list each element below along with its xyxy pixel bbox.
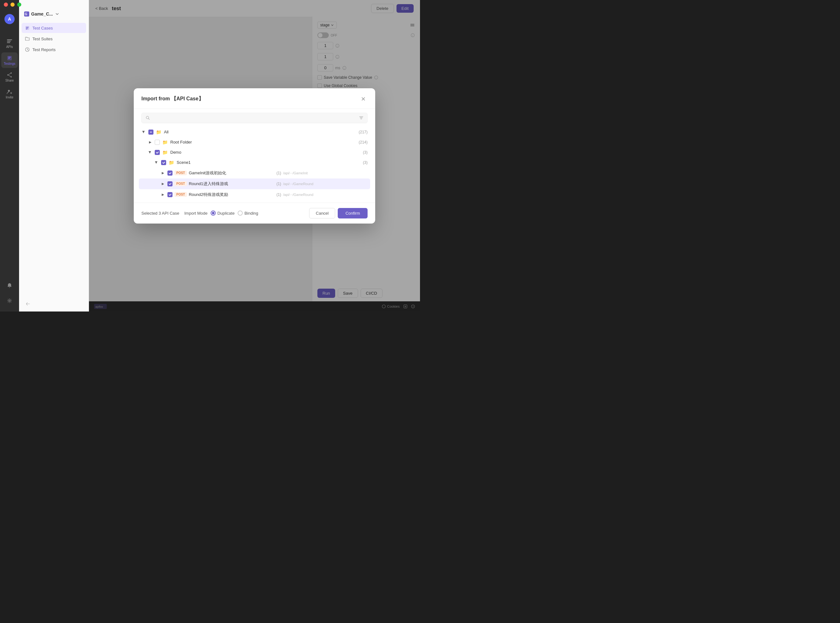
tree-item-round2-count: (1) — [276, 192, 281, 197]
tree-container: ▶ 📁 All (217) ▶ 📁 Root Folder — [134, 127, 375, 203]
checkbox-round2[interactable] — [168, 192, 172, 197]
dialog-title: Import from 【API Case】 — [142, 95, 204, 102]
share-label: Share — [5, 79, 14, 82]
checkbox-scene1[interactable] — [161, 160, 166, 165]
sidebar-item-invite[interactable]: Invite — [1, 86, 18, 101]
binding-label: Binding — [244, 211, 258, 216]
nav-item-test-reports-label: Test Reports — [32, 47, 55, 52]
folder-icon-root: 📁 — [162, 140, 168, 145]
import-mode-label: Import Mode — [184, 211, 208, 216]
selected-count: Selected 3 API Case — [142, 211, 179, 216]
avatar-icon: A — [5, 14, 15, 24]
tree-item-root-count: (214) — [359, 140, 368, 144]
duplicate-radio-circle[interactable] — [211, 210, 216, 216]
svg-point-6 — [11, 72, 12, 74]
apis-icon — [6, 38, 13, 44]
close-button[interactable]: ✕ — [359, 95, 368, 103]
tree-item-round1-name: Round1进入特殊游戏 — [189, 181, 273, 187]
svg-point-7 — [7, 74, 9, 75]
expand-arrow-root[interactable]: ▶ — [148, 140, 153, 145]
sidebar-item-apis[interactable]: APIs — [1, 35, 18, 51]
app-title[interactable]: G Game_C... — [19, 11, 89, 23]
tree-item-scene1[interactable]: ▶ 📁 Scene1 (3) — [139, 158, 370, 168]
tree-item-demo[interactable]: ▶ 📁 Demo (3) — [139, 147, 370, 158]
checkbox-gameinit[interactable] — [168, 170, 172, 176]
sidebar-avatar[interactable]: A — [1, 11, 18, 27]
svg-rect-18 — [26, 27, 29, 28]
nav-item-test-suites[interactable]: Test Suites — [22, 34, 86, 44]
tree-item-round2-url: /api/···/GameRound — [283, 193, 368, 196]
sidebar-item-share[interactable]: Share — [1, 69, 18, 85]
traffic-light-green[interactable] — [17, 3, 21, 7]
search-input[interactable] — [152, 115, 357, 120]
binding-radio[interactable]: Binding — [238, 210, 258, 216]
sidebar-item-notifications[interactable] — [1, 280, 18, 291]
checkbox-demo[interactable] — [155, 150, 160, 155]
chevron-down-icon — [55, 12, 59, 16]
svg-rect-5 — [8, 58, 10, 59]
checkbox-round1[interactable] — [168, 181, 172, 186]
nav-bottom — [19, 296, 89, 312]
checkbox-all[interactable] — [148, 130, 154, 135]
duplicate-radio[interactable]: Duplicate — [211, 210, 234, 216]
method-badge-gameinit: POST — [174, 170, 187, 175]
expand-arrow-round1[interactable]: ▶ — [160, 181, 166, 186]
dialog-overlay: Import from 【API Case】 ✕ — [89, 0, 420, 312]
svg-text:G: G — [25, 12, 27, 16]
bell-icon — [6, 282, 13, 288]
method-badge-round2: POST — [174, 192, 187, 197]
nav-item-test-reports[interactable]: Test Reports — [22, 44, 86, 55]
tree-item-root-name: Root Folder — [170, 140, 355, 144]
testings-label: Testings — [4, 62, 15, 65]
expand-arrow-scene1[interactable]: ▶ — [154, 160, 159, 165]
invite-label: Invite — [6, 95, 13, 99]
traffic-light-yellow[interactable] — [11, 3, 15, 7]
import-mode: Import Mode Duplicate Binding — [184, 210, 258, 216]
tree-item-round1[interactable]: ▶ POST Round1进入特殊游戏 (1) /api/···/GameRou… — [139, 178, 370, 189]
tree-item-gameinit-name: GameInit游戏初始化 — [189, 170, 273, 176]
tree-item-round1-count: (1) — [276, 182, 281, 186]
duplicate-label: Duplicate — [217, 211, 234, 216]
app-title-text: Game_C... — [31, 11, 53, 17]
svg-point-8 — [11, 76, 12, 77]
svg-point-11 — [8, 90, 10, 92]
dialog-footer: Selected 3 API Case Import Mode Duplicat… — [134, 203, 375, 224]
tree-item-all[interactable]: ▶ 📁 All (217) — [139, 127, 370, 137]
expand-arrow-demo[interactable]: ▶ — [148, 150, 153, 155]
confirm-button[interactable]: Confirm — [338, 208, 368, 218]
tree-item-gameinit-count: (1) — [276, 171, 281, 175]
tree-item-all-count: (217) — [359, 130, 368, 134]
tree-item-root-folder[interactable]: ▶ 📁 Root Folder (214) — [139, 137, 370, 147]
footer-actions: Cancel Confirm — [309, 208, 368, 218]
svg-line-9 — [9, 74, 11, 75]
nav-item-test-cases-label: Test Cases — [32, 26, 53, 31]
checkbox-root[interactable] — [155, 140, 160, 145]
tree-item-gameinit[interactable]: ▶ POST GameInit游戏初始化 (1) /api/···/GameIn… — [139, 168, 370, 178]
method-badge-round1: POST — [174, 181, 187, 186]
tree-item-round2[interactable]: ▶ POST Round2特殊游戏奖励 (1) /api/···/GameRou… — [139, 189, 370, 200]
tree-item-scene1-count: (3) — [363, 160, 368, 165]
sidebar-item-testings[interactable]: Testings — [1, 52, 18, 68]
svg-line-36 — [148, 118, 149, 120]
cancel-button[interactable]: Cancel — [309, 208, 335, 218]
expand-arrow-gameinit[interactable]: ▶ — [160, 170, 166, 176]
tree-item-all-name: All — [164, 130, 355, 134]
testings-icon — [6, 55, 13, 61]
svg-rect-19 — [26, 28, 28, 29]
filter-icon[interactable] — [359, 115, 363, 120]
expand-arrow-round2[interactable]: ▶ — [160, 192, 166, 197]
expand-arrow-all[interactable]: ▶ — [142, 130, 146, 135]
test-cases-icon — [25, 25, 30, 31]
collapse-button[interactable] — [24, 300, 32, 308]
search-icon — [146, 115, 150, 120]
svg-line-10 — [9, 75, 11, 77]
svg-rect-20 — [26, 29, 27, 29]
tree-item-scene1-name: Scene1 — [177, 160, 360, 165]
nav-item-test-cases[interactable]: Test Cases — [22, 23, 86, 33]
tree-item-gameinit-url: /api/···/GameInit — [283, 171, 368, 175]
tree-item-round1-url: /api/···/GameRound — [283, 182, 368, 186]
svg-rect-4 — [8, 57, 11, 57]
sidebar-item-settings[interactable] — [1, 295, 18, 307]
binding-radio-circle[interactable] — [238, 210, 243, 216]
traffic-light-red[interactable] — [4, 3, 8, 7]
